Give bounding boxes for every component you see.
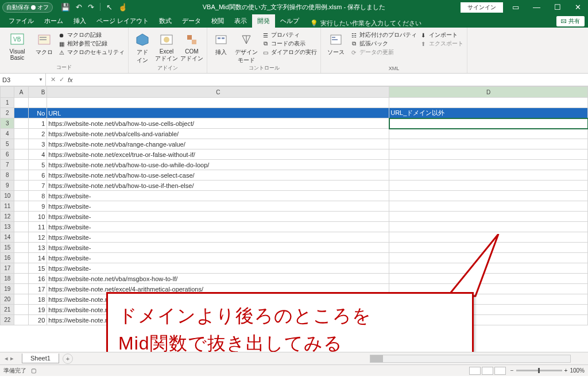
hscroll-thumb[interactable] [370, 355, 383, 362]
view-code-button[interactable]: ⧉コードの表示 [261, 40, 317, 48]
cell[interactable] [389, 170, 588, 181]
cell[interactable]: 20 [28, 315, 47, 325]
cell[interactable] [389, 222, 588, 232]
row-header[interactable]: 17 [1, 263, 14, 274]
cell[interactable] [389, 160, 588, 170]
cell[interactable]: https://website-note.net/vba/how-to-use-… [47, 160, 389, 170]
cell[interactable]: https://website-note.net/vba/cells-and-v… [47, 129, 389, 139]
tab-help[interactable]: ヘルプ [275, 14, 304, 28]
column-header-c[interactable]: C [47, 87, 389, 98]
cell[interactable] [14, 274, 28, 284]
tab-file[interactable]: ファイル [3, 14, 39, 28]
cell[interactable] [389, 118, 588, 129]
cell[interactable]: 19 [28, 305, 47, 315]
fx-icon[interactable]: fx [68, 76, 73, 83]
view-normal-button[interactable] [469, 367, 481, 375]
cell[interactable]: https://website- [47, 201, 389, 212]
cell[interactable] [14, 284, 28, 294]
column-header-d[interactable]: D [389, 87, 588, 98]
cell[interactable]: 13 [28, 243, 47, 253]
insert-control-button[interactable]: 挿入 [211, 30, 231, 56]
cell[interactable]: https://website- [47, 232, 389, 243]
enter-formula-icon[interactable]: ✓ [59, 76, 64, 83]
cell[interactable] [14, 118, 28, 129]
row-header[interactable]: 1 [1, 98, 14, 108]
cell[interactable]: https://website-note.net/vba/how-to-use-… [47, 170, 389, 181]
import-button[interactable]: ⬇インポート [419, 31, 463, 39]
row-header[interactable]: 10 [1, 191, 14, 201]
autosave-toggle[interactable]: 自動保存 オフ [2, 2, 53, 13]
signin-button[interactable]: サインイン [461, 2, 503, 13]
row-header[interactable]: 21 [1, 305, 14, 315]
cell[interactable]: https://website- [47, 253, 389, 263]
cell[interactable]: https://website- [47, 191, 389, 201]
cell[interactable] [389, 139, 588, 149]
zoom-out-icon[interactable]: − [510, 367, 514, 374]
map-properties-button[interactable]: ☷対応付けのプロパティ [350, 31, 417, 39]
excel-addins-button[interactable]: Excel アドイン [155, 30, 178, 63]
minimize-icon[interactable]: — [528, 3, 545, 11]
cell[interactable] [14, 315, 28, 325]
cell[interactable] [14, 305, 28, 315]
row-header[interactable]: 12 [1, 212, 14, 222]
cell[interactable] [14, 149, 28, 160]
cell[interactable] [14, 181, 28, 191]
cell[interactable]: https://website- [47, 263, 389, 274]
cell[interactable] [14, 212, 28, 222]
save-icon[interactable]: 💾 [61, 3, 70, 11]
expansion-pack-button[interactable]: ⧉拡張パック [350, 40, 417, 48]
cell[interactable]: 9 [28, 201, 47, 212]
row-header[interactable]: 7 [1, 160, 14, 170]
view-pagelayout-button[interactable] [482, 367, 493, 375]
row-header[interactable]: 8 [1, 170, 14, 181]
name-box[interactable]: D3 ▼ [0, 74, 46, 86]
cell[interactable]: 18 [28, 294, 47, 305]
column-header-a[interactable]: A [14, 87, 28, 98]
share-button[interactable]: 🖂 共有 [556, 16, 585, 26]
zoom-in-icon[interactable]: + [564, 367, 568, 374]
cell[interactable]: https://website-note.net/vba/range-chang… [47, 139, 389, 149]
zoom-slider[interactable] [516, 370, 562, 371]
tab-formulas[interactable]: 数式 [154, 14, 177, 28]
cell[interactable]: 1 [28, 118, 47, 129]
redo-icon[interactable]: ↷ [88, 3, 94, 11]
xml-source-button[interactable]: ソース [324, 30, 347, 56]
cell[interactable]: https://website-note.net/excel/true-or-f… [47, 149, 389, 160]
cell[interactable] [389, 149, 588, 160]
tab-view[interactable]: 表示 [229, 14, 252, 28]
sheet-tab-active[interactable]: Sheet1 [22, 354, 59, 363]
cell[interactable]: https://website- [47, 212, 389, 222]
tab-pagelayout[interactable]: ページ レイアウト [91, 14, 154, 28]
sheet-nav-next-icon[interactable]: ▸ [10, 355, 14, 362]
cell[interactable]: 2 [28, 129, 47, 139]
row-header[interactable]: 5 [1, 139, 14, 149]
tab-review[interactable]: 校閲 [206, 14, 229, 28]
cell[interactable]: https://website- [47, 243, 389, 253]
chevron-down-icon[interactable]: ▼ [38, 77, 43, 82]
cell[interactable]: 10 [28, 212, 47, 222]
add-sheet-button[interactable]: + [63, 354, 73, 364]
view-pagebreak-button[interactable] [494, 367, 506, 375]
zoom-value[interactable]: 100% [570, 367, 585, 374]
cell[interactable] [14, 243, 28, 253]
row-header[interactable]: 19 [1, 284, 14, 294]
cell[interactable] [14, 294, 28, 305]
cell[interactable] [389, 181, 588, 191]
cell[interactable] [14, 191, 28, 201]
spreadsheet-grid[interactable]: A B C D 12NoURLURL_ドメイン以外31https://websi… [0, 86, 588, 325]
column-header-b[interactable]: B [28, 87, 47, 98]
row-header[interactable]: 18 [1, 274, 14, 284]
cell[interactable] [14, 263, 28, 274]
cell[interactable] [14, 160, 28, 170]
cell[interactable] [389, 129, 588, 139]
visual-basic-button[interactable]: VB Visual Basic [3, 30, 31, 61]
tell-me-search[interactable]: 💡 実行したい作業を入力してください [310, 19, 421, 28]
tab-developer[interactable]: 開発 [252, 14, 275, 28]
row-header[interactable]: 13 [1, 222, 14, 232]
cell[interactable]: https://website-note.net/vba/how-to-use-… [47, 181, 389, 191]
ribbon-display-icon[interactable]: ▭ [508, 3, 524, 11]
select-all-corner[interactable] [1, 87, 14, 98]
pointer-icon[interactable]: ↖ [106, 3, 113, 11]
row-header[interactable]: 4 [1, 129, 14, 139]
cell[interactable] [389, 191, 588, 201]
